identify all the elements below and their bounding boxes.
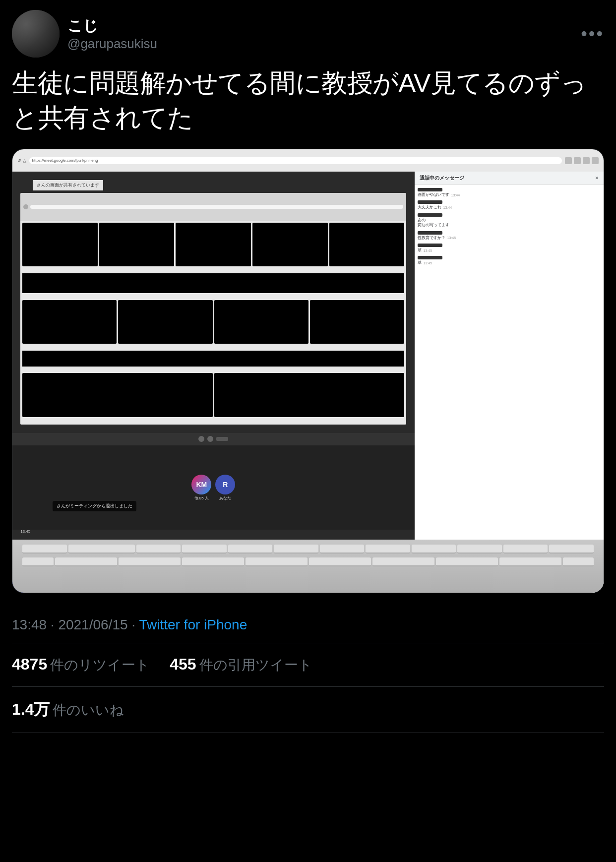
tweet-header: こじ @garupasukisu ••• <box>12 10 604 58</box>
more-options-button[interactable]: ••• <box>581 23 604 44</box>
tweet-likes: 1.4万 件のいいね <box>12 687 604 733</box>
laptop-keyboard <box>12 540 604 593</box>
twitter-source-link[interactable]: Twitter for iPhone <box>139 617 247 632</box>
tweet-text: 生徒に問題解かせてる間に教授がAV見てるのずっと共有されてた <box>12 65 604 135</box>
tweet-image: ↺ △ https://meet.google.com/fpu-kpnr-ehg <box>12 149 604 593</box>
meeting-left-message: さんがミーティングから退出しました <box>53 501 136 511</box>
meeting-timestamp: 13:45 <box>20 529 30 534</box>
participant-km: KM <box>191 475 211 494</box>
video-participant-strip: さんがミーティングから退出しました KM 他 85 人 R <box>12 445 415 530</box>
chat-sender-bar <box>418 188 442 191</box>
browser-url: https://meet.google.com/fpu-kpnr-ehg <box>32 158 98 163</box>
tweet-stats: 4875 件のリツイート 455 件の引用ツイート <box>12 643 604 687</box>
user-handle: @garupasukisu <box>67 36 157 52</box>
chat-panel-title: 通話中のメッセージ <box>420 175 464 182</box>
chat-message: あの 変なの写ってます <box>418 213 601 228</box>
retweet-count: 4875 件のリツイート <box>12 655 150 675</box>
chat-message: 性教育ですか？ 13:45 <box>418 231 601 241</box>
participant-you: R <box>215 475 235 494</box>
user-name: こじ <box>67 16 157 36</box>
chat-message: 大丈夫かこれ 13:44 <box>418 200 601 210</box>
avatar[interactable] <box>12 10 60 58</box>
chat-sender-bar <box>418 256 442 259</box>
chat-panel: 通話中のメッセージ × 画面がやばいです 13:44 <box>415 172 604 593</box>
chat-sender-bar <box>418 244 442 247</box>
chat-sender-bar <box>418 213 442 217</box>
chat-sender-bar <box>418 231 442 235</box>
chat-message: 画面がやばいです 13:44 <box>418 188 601 197</box>
browser-bar: ↺ △ https://meet.google.com/fpu-kpnr-ehg <box>12 149 604 172</box>
anata-label: あなた <box>219 495 231 501</box>
others-count: 他 85 人 <box>194 495 209 501</box>
tweet-timestamp: 13:48 · 2021/06/15 · Twitter for iPhone <box>12 607 604 643</box>
chat-message: 草 13:45 <box>418 244 601 253</box>
chat-sender-bar <box>418 200 442 204</box>
quote-count: 455 件の引用ツイート <box>170 655 312 675</box>
chat-messages-list: 画面がやばいです 13:44 大丈夫かこれ 13:44 <box>415 185 604 583</box>
shared-screen-label: さんの画面が共有されています <box>33 180 103 190</box>
chat-close-button[interactable]: × <box>595 175 599 182</box>
user-info: こじ @garupasukisu <box>67 16 157 52</box>
chat-message: 草 13:45 <box>418 256 601 265</box>
